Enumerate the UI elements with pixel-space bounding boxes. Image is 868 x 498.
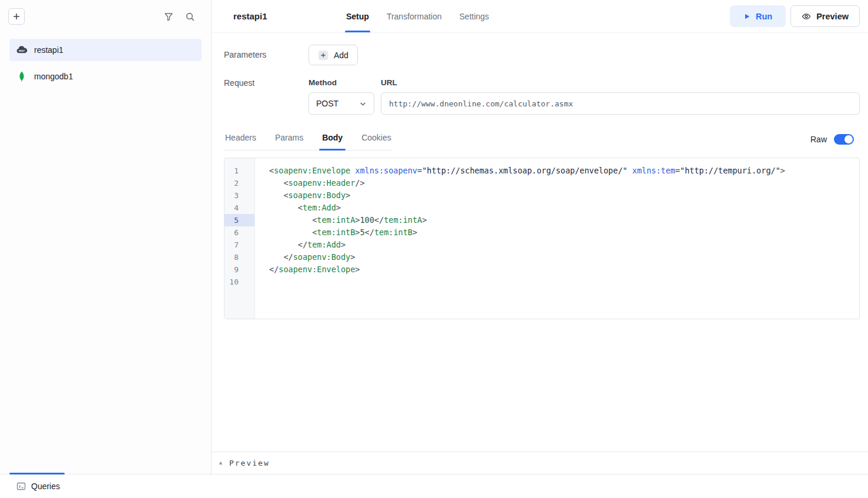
tab-transformation[interactable]: Transformation: [386, 0, 443, 32]
tab-settings[interactable]: Settings: [458, 0, 491, 32]
editor-code[interactable]: <soapenv:Envelope xmlns:soapenv="http://…: [255, 158, 859, 319]
code-token-p: >: [413, 228, 417, 237]
code-token-p: <: [283, 190, 288, 200]
code-line[interactable]: <tem:intA>100</tem:intA>: [269, 214, 859, 226]
code-token-p: <: [283, 178, 288, 188]
code-token-tag: tem:Add: [307, 240, 341, 249]
code-line[interactable]: </soapenv:Body>: [269, 251, 859, 263]
main-row: REST restapi1 mongodb1 restapi1 Setup Tr: [0, 0, 868, 474]
code-token-p: >: [346, 190, 350, 200]
active-tab-indicator: [9, 473, 65, 474]
method-select[interactable]: POST: [309, 92, 374, 115]
queries-tab[interactable]: Queries: [16, 482, 60, 491]
sidebar-item-label: restapi1: [34, 45, 63, 55]
line-number: 8: [224, 251, 254, 263]
code-line[interactable]: [269, 276, 859, 288]
line-number: 5: [224, 214, 254, 226]
raw-toggle[interactable]: [834, 134, 854, 145]
code-token-pl: [269, 190, 283, 200]
request-tabs: Headers Params Body Cookies: [224, 128, 393, 151]
main-panel: restapi1 Setup Transformation Settings R…: [212, 0, 868, 474]
code-token-tag: soapenv:Header: [289, 178, 356, 188]
add-parameter-button[interactable]: Add: [309, 45, 358, 65]
rest-api-icon: REST: [15, 44, 28, 56]
bottom-bar: Queries: [0, 474, 868, 498]
raw-toggle-group: Raw: [810, 134, 854, 151]
line-number: 1: [224, 165, 254, 177]
sidebar-item-label: mongodb1: [34, 72, 73, 81]
code-line[interactable]: <tem:intB>5</tem:intB>: [269, 226, 859, 239]
tab-params[interactable]: Params: [274, 128, 304, 150]
code-token-str: "http://tempuri.org/": [680, 166, 780, 175]
response-preview-label: Preview: [229, 459, 270, 467]
header-tabs: Setup Transformation Settings: [345, 0, 490, 32]
run-button-label: Run: [756, 12, 772, 21]
eye-icon: [802, 12, 811, 21]
code-line[interactable]: <soapenv:Header/>: [269, 177, 859, 189]
code-token-pl: [269, 228, 312, 237]
code-line[interactable]: <soapenv:Envelope xmlns:soapenv="http://…: [269, 165, 859, 177]
sidebar-item-restapi1[interactable]: REST restapi1: [9, 39, 202, 61]
add-button-label: Add: [334, 51, 348, 60]
code-token-p: </: [365, 228, 374, 237]
chevron-up-icon: ▲: [218, 460, 223, 466]
code-token-tag: soapenv:Body: [293, 252, 351, 262]
sidebar: REST restapi1 mongodb1: [0, 0, 212, 474]
response-preview-toggle[interactable]: ▲ Preview: [212, 452, 868, 474]
toggle-knob: [844, 135, 853, 143]
url-field: URL: [381, 78, 860, 115]
code-line[interactable]: </tem:Add>: [269, 239, 859, 251]
raw-label: Raw: [810, 135, 827, 144]
line-number: 7: [224, 239, 254, 251]
code-token-pl: [269, 203, 298, 212]
editor-gutter: 12345678910: [224, 158, 255, 319]
request-tabs-row: Headers Params Body Cookies Raw: [224, 128, 860, 151]
line-number: 10: [224, 276, 254, 288]
search-button[interactable]: [182, 8, 198, 25]
code-token-pl: [269, 178, 283, 188]
parameters-row: Parameters Add: [224, 45, 860, 65]
code-token-p: </: [269, 265, 279, 274]
code-token-pl: [628, 166, 632, 175]
code-token-p: </: [283, 252, 293, 262]
filter-button[interactable]: [160, 8, 177, 25]
code-token-tag: tem:intA: [317, 215, 355, 225]
code-line[interactable]: <soapenv:Body>: [269, 189, 859, 202]
code-token-tag: soapenv:Envelope: [279, 265, 355, 274]
code-line[interactable]: </soapenv:Envelope>: [269, 263, 859, 276]
line-number: 2: [224, 177, 254, 189]
sidebar-toolbar: [0, 0, 211, 33]
run-button[interactable]: Run: [730, 5, 786, 27]
code-token-p: </: [374, 215, 384, 225]
code-token-p: </: [298, 240, 307, 249]
code-token-p: >: [422, 215, 427, 225]
tab-setup[interactable]: Setup: [345, 0, 370, 32]
body-code-editor[interactable]: 12345678910 <soapenv:Envelope xmlns:soap…: [224, 158, 860, 319]
header-actions: Run Preview: [730, 5, 860, 27]
mongodb-icon: [15, 71, 28, 82]
tab-cookies[interactable]: Cookies: [360, 128, 393, 150]
preview-button-label: Preview: [816, 12, 849, 21]
search-icon: [185, 12, 195, 22]
code-token-p: <: [269, 166, 274, 175]
code-line[interactable]: <tem:Add>: [269, 202, 859, 214]
line-number: 4: [224, 202, 254, 214]
tab-body[interactable]: Body: [321, 128, 344, 150]
code-token-pl: [269, 215, 312, 225]
method-field: Method POST: [309, 78, 374, 115]
sidebar-item-mongodb1[interactable]: mongodb1: [9, 65, 202, 88]
tab-headers[interactable]: Headers: [224, 128, 257, 150]
add-entity-button[interactable]: [8, 8, 25, 25]
url-input[interactable]: [381, 92, 860, 115]
code-token-p: >: [341, 240, 346, 249]
query-title[interactable]: restapi1: [233, 11, 345, 21]
line-number: 9: [224, 263, 254, 276]
code-token-p: >: [336, 203, 341, 212]
preview-button[interactable]: Preview: [790, 5, 860, 27]
code-token-attr: xmlns:soapenv: [355, 166, 417, 175]
play-icon: [743, 13, 750, 20]
code-token-tag: soapenv:Envelope: [274, 166, 350, 175]
line-number: 3: [224, 189, 254, 202]
code-token-p: >: [780, 166, 785, 175]
filter-icon: [164, 12, 173, 21]
